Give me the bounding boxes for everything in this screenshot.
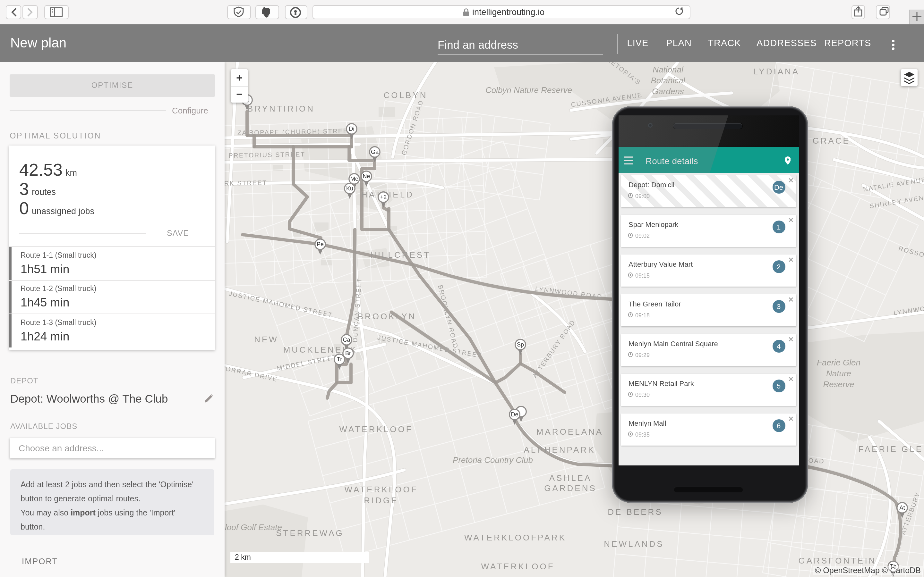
- svg-text:Faerie Glen: Faerie Glen: [817, 358, 861, 367]
- svg-text:LYDIANA: LYDIANA: [753, 67, 800, 76]
- svg-text:COLBYN: COLBYN: [384, 90, 428, 100]
- svg-text:WATERKLOOF: WATERKLOOF: [344, 485, 418, 494]
- svg-text:Botanical: Botanical: [651, 76, 686, 85]
- svg-text:Colbyn Nature Reserve: Colbyn Nature Reserve: [485, 85, 572, 95]
- svg-text:Tr: Tr: [337, 356, 342, 363]
- svg-text:At: At: [899, 504, 905, 511]
- svg-text:NEW: NEW: [254, 335, 278, 344]
- svg-text:Gardens: Gardens: [652, 87, 684, 96]
- svg-text:Ga: Ga: [371, 149, 379, 155]
- svg-text:intelligentrouting.io: intelligentrouting.io: [472, 7, 544, 17]
- svg-text:BRYNTIRION: BRYNTIRION: [247, 104, 315, 113]
- svg-text:NEWLANDS: NEWLANDS: [604, 539, 664, 549]
- svg-text:Reserve: Reserve: [823, 380, 855, 389]
- svg-text:Di: Di: [349, 126, 355, 132]
- svg-text:Pe: Pe: [317, 241, 324, 247]
- svg-text:HILLCREST: HILLCREST: [370, 250, 431, 259]
- svg-text:GARDENS: GARDENS: [544, 484, 597, 493]
- svg-text:National: National: [653, 65, 684, 74]
- svg-text:DE BEERS: DE BEERS: [607, 507, 663, 517]
- svg-text:PRETORIUS STREET: PRETORIUS STREET: [228, 151, 305, 159]
- svg-text:FAERIE GLEN: FAERIE GLEN: [858, 444, 924, 454]
- svg-text:+2: +2: [380, 194, 387, 200]
- svg-text:WATERKLOOF: WATERKLOOF: [339, 424, 413, 434]
- svg-text:Br: Br: [345, 350, 351, 356]
- svg-text:Pretoria Country Club: Pretoria Country Club: [453, 455, 533, 465]
- svg-text:MAROELANA: MAROELANA: [536, 427, 603, 437]
- svg-text:RIDGE: RIDGE: [364, 496, 398, 505]
- svg-text:ALPHENPARK: ALPHENPARK: [524, 445, 596, 455]
- svg-text:Sp: Sp: [517, 342, 524, 348]
- svg-text:ASHLEA: ASHLEA: [549, 473, 592, 483]
- svg-text:ARK STREET: ARK STREET: [225, 179, 267, 187]
- svg-text:De: De: [511, 411, 518, 418]
- svg-text:BROOKLYN: BROOKLYN: [358, 311, 417, 321]
- svg-text:Ca: Ca: [342, 337, 351, 343]
- svg-text:Mc: Mc: [351, 176, 358, 182]
- svg-text:STERREWAG: STERREWAG: [276, 528, 344, 538]
- svg-text:Ne: Ne: [363, 173, 370, 179]
- svg-text:GARSFONTEIN: GARSFONTEIN: [798, 556, 877, 566]
- svg-text:Nature: Nature: [826, 369, 851, 378]
- svg-text:WATERKLOOF: WATERKLOOF: [481, 562, 554, 571]
- svg-text:Ku: Ku: [346, 185, 353, 192]
- svg-text:WATERKLOOFPARK: WATERKLOOFPARK: [464, 533, 566, 542]
- svg-text:loof Golf Estate: loof Golf Estate: [225, 522, 282, 532]
